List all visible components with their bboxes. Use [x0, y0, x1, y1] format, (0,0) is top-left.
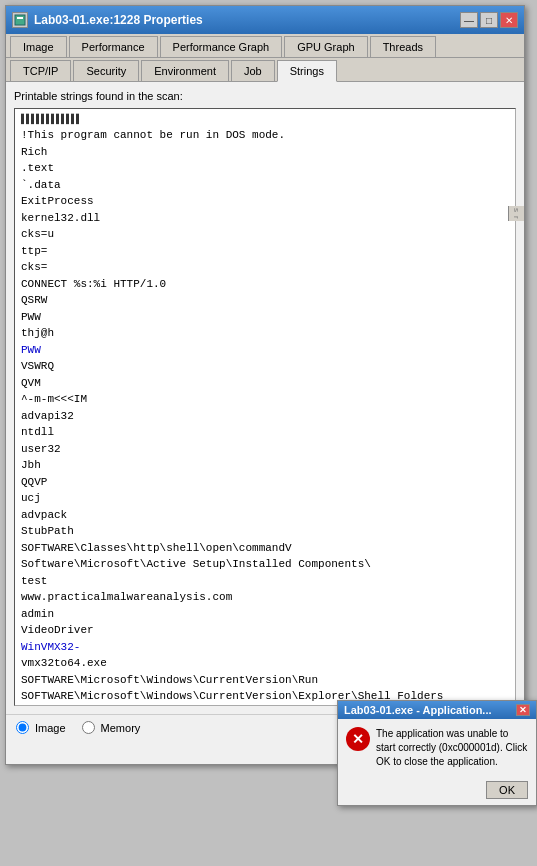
- minimize-button[interactable]: —: [460, 12, 478, 28]
- string-line: StubPath: [21, 523, 509, 540]
- radio-image[interactable]: [16, 721, 29, 734]
- string-line: PWW: [21, 342, 509, 359]
- string-line: ^-m-m<<<IM: [21, 391, 509, 408]
- tabs-row-1: ImagePerformancePerformance GraphGPU Gra…: [6, 34, 524, 58]
- string-line: advapi32: [21, 408, 509, 425]
- string-line: user32: [21, 441, 509, 458]
- tab-security[interactable]: Security: [73, 60, 139, 81]
- error-title-text: Lab03-01.exe - Application...: [344, 704, 492, 716]
- string-line: Jbh: [21, 457, 509, 474]
- string-line: WinVMX32-: [21, 639, 509, 656]
- error-ok-button[interactable]: OK: [486, 781, 528, 799]
- error-footer: OK: [338, 777, 536, 805]
- section-label: Printable strings found in the scan:: [14, 90, 516, 102]
- main-window: Lab03-01.exe:1228 Properties — □ ✕ Image…: [5, 5, 525, 765]
- tab-job[interactable]: Job: [231, 60, 275, 81]
- content-area: Printable strings found in the scan: ▌▌▌…: [6, 82, 524, 714]
- string-line: .text: [21, 160, 509, 177]
- radio-memory-label[interactable]: Memory: [101, 722, 141, 734]
- string-line: test: [21, 573, 509, 590]
- svg-rect-1: [17, 17, 23, 19]
- strings-box[interactable]: ▌▌▌▌▌▌▌▌▌▌▌▌ !This program cannot be run…: [14, 108, 516, 706]
- string-line: SOFTWARE\Microsoft\Windows\CurrentVersio…: [21, 672, 509, 689]
- error-message: The application was unable to start corr…: [376, 727, 528, 769]
- string-line: www.practicalmalwareanalysis.com: [21, 589, 509, 606]
- string-line: VideoDriver: [21, 622, 509, 639]
- tab-tcp/ip[interactable]: TCP/IP: [10, 60, 71, 81]
- string-line: CONNECT %s:%i HTTP/1.0: [21, 276, 509, 293]
- string-line: cks=u: [21, 226, 509, 243]
- radio-memory[interactable]: [82, 721, 95, 734]
- close-button[interactable]: ✕: [500, 12, 518, 28]
- error-x-icon: ✕: [352, 731, 364, 747]
- tab-strings[interactable]: Strings: [277, 60, 337, 82]
- radio-group-memory: Memory: [82, 721, 141, 734]
- barcode-icon: ▌▌▌▌▌▌▌▌▌▌▌▌: [21, 114, 81, 125]
- error-close-button[interactable]: ✕: [516, 704, 530, 716]
- radio-image-label[interactable]: Image: [35, 722, 66, 734]
- string-line: QVM: [21, 375, 509, 392]
- string-line: thj@h: [21, 325, 509, 342]
- tab-environment[interactable]: Environment: [141, 60, 229, 81]
- string-line: ucj: [21, 490, 509, 507]
- scroll-hint: s r: [508, 206, 524, 221]
- string-line: cks=: [21, 259, 509, 276]
- string-line: ttp=: [21, 243, 509, 260]
- string-line: vmx32to64.exe: [21, 655, 509, 672]
- string-line: SOFTWARE\Classes\http\shell\open\command…: [21, 540, 509, 557]
- window-icon: [12, 12, 28, 28]
- tab-performance-graph[interactable]: Performance Graph: [160, 36, 283, 57]
- string-line: QQVP: [21, 474, 509, 491]
- string-line: Rich: [21, 144, 509, 161]
- string-line: Software\Microsoft\Active Setup\Installe…: [21, 556, 509, 573]
- string-line: !This program cannot be run in DOS mode.: [21, 127, 509, 144]
- string-line: VSWRQ: [21, 358, 509, 375]
- string-line: kernel32.dll: [21, 210, 509, 227]
- tab-performance[interactable]: Performance: [69, 36, 158, 57]
- title-buttons: — □ ✕: [460, 12, 518, 28]
- error-dialog-title: Lab03-01.exe - Application... ✕: [338, 701, 536, 719]
- maximize-button[interactable]: □: [480, 12, 498, 28]
- error-body: ✕ The application was unable to start co…: [338, 719, 536, 777]
- scroll-text-2: r: [512, 216, 521, 219]
- string-line: QSRW: [21, 292, 509, 309]
- scroll-text-1: s: [512, 208, 521, 212]
- window-title: Lab03-01.exe:1228 Properties: [34, 13, 203, 27]
- string-line: PWW: [21, 309, 509, 326]
- svg-rect-0: [15, 15, 25, 25]
- string-line: advpack: [21, 507, 509, 524]
- tab-threads[interactable]: Threads: [370, 36, 436, 57]
- string-line: ntdll: [21, 424, 509, 441]
- radio-group-image: Image: [16, 721, 66, 734]
- title-bar: Lab03-01.exe:1228 Properties — □ ✕: [6, 6, 524, 34]
- tab-image[interactable]: Image: [10, 36, 67, 57]
- string-line: `.data: [21, 177, 509, 194]
- title-bar-left: Lab03-01.exe:1228 Properties: [12, 12, 203, 28]
- string-line: ExitProcess: [21, 193, 509, 210]
- tab-gpu-graph[interactable]: GPU Graph: [284, 36, 367, 57]
- error-dialog: Lab03-01.exe - Application... ✕ ✕ The ap…: [337, 700, 537, 806]
- tabs-row-2: TCP/IPSecurityEnvironmentJobStrings: [6, 58, 524, 82]
- error-icon: ✕: [346, 727, 370, 751]
- string-line: admin: [21, 606, 509, 623]
